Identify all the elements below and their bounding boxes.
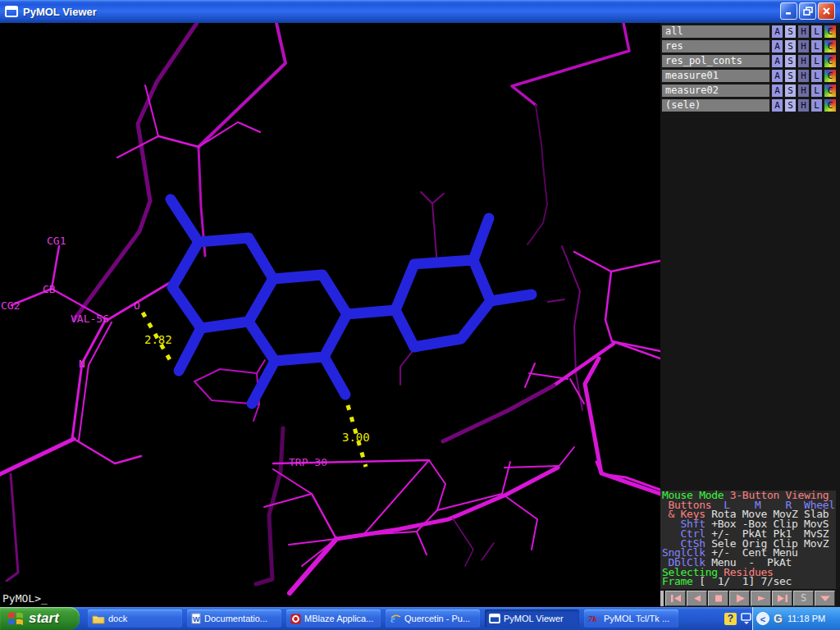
object-name-measure01[interactable]: measure01 [662,70,769,82]
residue-bond[interactable] [437,462,510,510]
start-button[interactable]: start [0,607,80,630]
s-menu-button[interactable]: S [785,70,796,82]
ligand-bond[interactable] [347,310,395,314]
taskbar-item-pymol-viewer[interactable]: PyMOL Viewer [485,609,579,628]
residue-bond[interactable] [443,386,554,441]
ligand-sticks[interactable] [171,199,532,404]
h-menu-button[interactable]: H [798,70,809,82]
residue-bond[interactable] [529,373,568,379]
minimize-button[interactable] [780,2,797,20]
ligand-ring[interactable] [249,275,347,361]
residue-bond[interactable] [74,439,141,463]
a-menu-button[interactable]: A [772,40,783,52]
residue-bond[interactable] [0,439,74,474]
l-menu-button[interactable]: L [811,70,822,82]
residue-bond[interactable] [7,474,18,581]
residue-bond[interactable] [548,299,564,302]
s-menu-button[interactable]: S [785,25,796,38]
c-menu-button[interactable]: C [824,40,836,52]
residue-bond[interactable] [562,246,582,410]
s-menu-button[interactable]: S [785,99,796,112]
taskbar-item-mblaze-applica---[interactable]: MBlaze Applica... [286,609,381,628]
command-prompt[interactable]: PyMOL>_ [2,592,48,605]
residue-bond[interactable] [512,23,629,105]
residue-bond[interactable] [432,194,444,203]
l-menu-button[interactable]: L [811,99,822,112]
residue-bond[interactable] [558,447,574,468]
residue-bond[interactable] [554,344,614,386]
residue-bond[interactable] [432,203,437,265]
s-menu-button[interactable]: S [785,84,796,97]
residue-bond[interactable] [117,136,158,158]
ligand-substituent[interactable] [252,361,275,404]
residue-bond[interactable] [574,252,660,272]
residue-bond[interactable] [312,494,336,539]
skip-end-button[interactable] [772,591,792,606]
stop-button[interactable] [708,591,728,606]
l-menu-button[interactable]: L [811,84,822,97]
g-tray-icon[interactable]: G [774,612,783,625]
molecular-viewport[interactable]: 2.823.00CG1CBCG2VAL-56ONTRP-30PyMOL>_ [0,23,660,607]
residue-bond[interactable] [596,462,660,490]
ligand-substituent[interactable] [324,357,345,395]
step-back-button[interactable] [687,591,707,606]
residue-bond[interactable] [504,466,558,468]
h-menu-button[interactable]: H [798,55,809,67]
c-menu-button[interactable]: C [824,84,836,97]
safely-remove-icon[interactable] [741,613,751,625]
close-button[interactable] [818,2,835,20]
s-menu-button[interactable]: S [785,55,796,67]
c-menu-button[interactable]: C [824,70,836,82]
a-menu-button[interactable]: A [772,84,783,97]
residue-bond[interactable] [453,518,473,566]
tray-collapse-chevron[interactable]: < [756,612,769,625]
h-menu-button[interactable]: H [798,40,809,52]
a-menu-button[interactable]: A [772,55,783,67]
ligand-substituent[interactable] [179,328,201,371]
residue-bond[interactable] [199,23,285,147]
residue-bond[interactable] [585,358,660,494]
h-menu-button[interactable]: H [798,99,809,112]
residue-bond[interactable] [417,532,427,555]
residue-bond[interactable] [421,192,432,203]
residue-bond[interactable] [502,494,537,550]
taskbar-item-quercetin---pu---[interactable]: eQuercetin - Pu... [386,609,480,628]
residue-bond[interactable] [158,136,199,147]
taskbar-item-pymol-tcl-tk----[interactable]: 7kPyMOL Tcl/Tk ... [584,609,678,628]
ligand-ring[interactable] [395,260,491,347]
object-name-res[interactable]: res [662,40,769,52]
c-menu-button[interactable]: C [824,55,836,67]
h-menu-button[interactable]: H [798,84,809,97]
residue-bond[interactable] [482,543,494,560]
ligand-substituent[interactable] [473,218,489,260]
skip-start-button[interactable] [665,591,686,606]
residue-bond[interactable] [525,363,535,387]
s-button[interactable]: S [793,591,814,606]
play-button[interactable] [729,591,750,606]
protein-wireframe[interactable] [0,23,660,593]
playback-partial-button[interactable] [660,591,664,606]
residue-bond[interactable] [199,122,260,147]
object-name-sele[interactable]: (sele) [662,99,769,112]
a-menu-button[interactable]: A [772,25,783,38]
notification-help-icon[interactable]: ? [724,613,737,625]
ligand-substituent[interactable] [491,294,532,301]
h-menu-button[interactable]: H [798,25,809,38]
residue-bond[interactable] [605,272,612,341]
object-name-respolconts[interactable]: res_pol_conts [662,55,769,67]
l-menu-button[interactable]: L [811,40,822,52]
taskbar-item-documentatio---[interactable]: WDocumentatio... [187,609,281,628]
ligand-substituent[interactable] [171,199,199,242]
object-name-measure02[interactable]: measure02 [662,84,769,97]
step-forward-button[interactable] [751,591,771,606]
l-menu-button[interactable]: L [811,55,822,67]
l-menu-button[interactable]: L [811,25,822,38]
a-menu-button[interactable]: A [772,99,783,112]
c-menu-button[interactable]: C [824,99,836,112]
title-bar[interactable]: PyMOL Viewer [0,0,840,23]
object-name-all[interactable]: all [662,25,769,38]
c-menu-button[interactable]: C [824,25,836,38]
taskbar-item-dock[interactable]: dock [88,609,182,628]
residue-bond[interactable] [290,539,336,593]
residue-bond[interactable] [72,321,105,439]
